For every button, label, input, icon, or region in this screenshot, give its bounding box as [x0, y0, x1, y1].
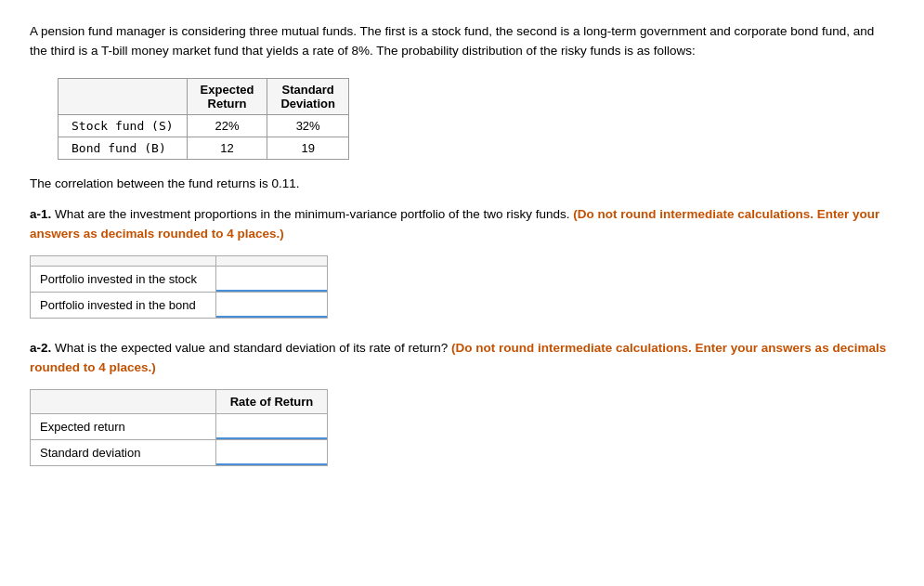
a2-input-0[interactable] — [216, 414, 327, 439]
fund-data-table: ExpectedReturn StandardDeviation Stock f… — [58, 78, 349, 160]
a1-table-row: Portfolio invested in the stock — [31, 266, 328, 292]
fund-row-expected-return: 12 — [187, 137, 267, 159]
a2-table-row: Expected return — [31, 413, 328, 439]
a1-input-cell-1 — [216, 292, 328, 318]
a1-table-row: Portfolio invested in the bond — [31, 292, 328, 318]
q1-label-bold: a-1. — [30, 207, 51, 221]
fund-table-header-expected-return: ExpectedReturn — [187, 78, 267, 114]
fund-table-header-name — [59, 78, 188, 114]
fund-row-std-dev: 19 — [267, 137, 349, 159]
a1-input-cell-0 — [216, 266, 328, 292]
question-a1-block: a-1. What are the investment proportions… — [30, 205, 894, 319]
question-a2-block: a-2. What is the expected value and stan… — [30, 339, 894, 466]
fund-row-std-dev: 32% — [267, 114, 349, 137]
a1-empty-header — [31, 255, 216, 266]
fund-row-label: Stock fund (S) — [59, 114, 188, 137]
a2-table-row: Standard deviation — [31, 439, 328, 465]
a2-input-table: Rate of Return Expected return Standard … — [30, 389, 328, 466]
fund-row-expected-return: 22% — [187, 114, 267, 137]
question-a1-label: a-1. What are the investment proportions… — [30, 205, 894, 244]
a2-column-header: Rate of Return — [216, 389, 328, 413]
fund-row-label: Bond fund (B) — [59, 137, 188, 159]
a2-input-1[interactable] — [216, 440, 327, 465]
a1-row-label-0: Portfolio invested in the stock — [31, 266, 216, 292]
q1-text: What are the investment proportions in t… — [55, 207, 573, 221]
q2-label-bold: a-2. — [30, 341, 51, 355]
fund-table-header-std-dev: StandardDeviation — [267, 78, 349, 114]
fund-table-row: Bond fund (B) 12 19 — [59, 137, 349, 159]
a2-input-cell-0 — [216, 413, 328, 439]
a2-input-cell-1 — [216, 439, 328, 465]
a1-column-header — [216, 255, 328, 266]
q2-text: What is the expected value and standard … — [55, 341, 451, 355]
question-a2-label: a-2. What is the expected value and stan… — [30, 339, 894, 378]
correlation-text: The correlation between the fund returns… — [30, 176, 894, 190]
intro-text: A pension fund manager is considering th… — [30, 22, 894, 61]
a2-row-label-0: Expected return — [31, 413, 216, 439]
fund-table-row: Stock fund (S) 22% 32% — [59, 114, 349, 137]
a1-row-label-1: Portfolio invested in the bond — [31, 292, 216, 318]
a1-input-0[interactable] — [216, 267, 327, 292]
a2-empty-header — [31, 389, 216, 413]
a1-input-table: Portfolio invested in the stock Portfoli… — [30, 255, 328, 319]
a2-row-label-1: Standard deviation — [31, 439, 216, 465]
a1-input-1[interactable] — [216, 293, 327, 318]
